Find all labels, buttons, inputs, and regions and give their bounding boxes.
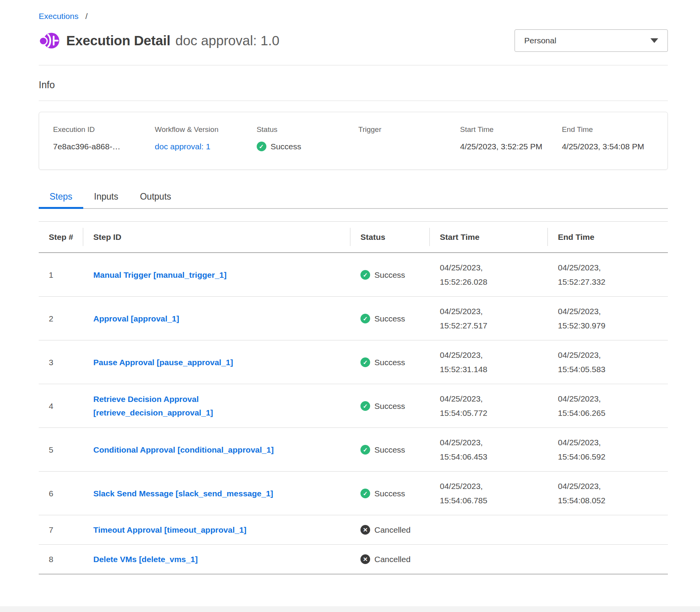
step-id-link[interactable]: Manual Trigger [manual_trigger_1] [93,268,226,282]
end-time-cell: 04/25/2023, 15:54:06.592 [548,428,668,472]
table-row: 6 Slack Send Message [slack_send_message… [39,472,668,515]
end-time-cell: 04/25/2023, 15:52:27.332 [548,253,668,297]
step-id-cell: Slack Send Message [slack_send_message_1… [83,472,350,515]
info-field-end-time: End Time 4/25/2023, 3:54:08 PM [562,125,664,153]
start-time-cell: 04/25/2023, 15:52:26.028 [430,253,548,297]
info-section-title: Info [39,79,668,91]
tab-outputs[interactable]: Outputs [129,188,182,208]
step-id-cell: Timeout Approval [timeout_approval_1] [83,515,350,545]
status-badge: ✓ Success [360,486,422,501]
tab-steps[interactable]: Steps [39,188,83,208]
start-time-text: 04/25/2023, 15:52:27.517 [440,304,508,333]
column-header-step-id: Step ID [83,222,350,253]
step-number: 8 [39,545,83,574]
start-time-value: 4/25/2023, 3:52:25 PM [460,140,543,153]
step-id-cell: Retrieve Decision Approval [retrieve_dec… [83,384,350,428]
workflow-version-link[interactable]: doc approval: 1 [155,140,211,153]
step-id-link[interactable]: Approval [approval_1] [93,312,179,325]
info-field-status: Status ✓ Success [257,125,359,153]
status-badge: ✓ Success [360,443,422,457]
info-field-start-time: Start Time 4/25/2023, 3:52:25 PM [460,125,562,153]
step-number: 2 [39,297,83,340]
tabs: Steps Inputs Outputs [39,188,668,209]
column-header-end-time: End Time [548,222,668,253]
cancelled-x-icon: ✕ [360,525,370,535]
steps-table: Step # Step ID Status Start Time End Tim… [39,221,668,574]
status-badge: ✓ Success [360,399,422,413]
success-check-icon: ✓ [360,314,370,323]
breadcrumb-separator: / [86,12,88,21]
info-label: Trigger [359,125,460,134]
status-cell: ✓ Success [350,384,430,428]
table-header-row: Step # Step ID Status Start Time End Tim… [39,222,668,253]
end-time-text: 04/25/2023, 15:54:06.592 [558,435,626,464]
table-row: 1 Manual Trigger [manual_trigger_1] ✓ Su… [39,253,668,297]
step-id-link[interactable]: Pause Approval [pause_approval_1] [93,356,233,369]
caret-down-icon [650,38,658,43]
table-row: 7 Timeout Approval [timeout_approval_1] … [39,515,668,545]
tab-inputs[interactable]: Inputs [83,188,129,208]
execution-detail-page: Executions / Execution Detail doc approv… [39,0,668,574]
info-label: Start Time [460,125,562,134]
end-time-cell: 04/25/2023, 15:54:06.265 [548,384,668,428]
title-group: Execution Detail doc approval: 1.0 [39,30,280,51]
step-number: 7 [39,515,83,545]
workflow-icon [39,30,60,51]
success-check-icon: ✓ [360,489,370,498]
end-time-cell: 04/25/2023, 15:52:30.979 [548,297,668,340]
status-badge: ✕ Cancelled [360,523,422,537]
success-check-icon: ✓ [360,270,370,280]
status-cell: ✓ Success [350,472,430,515]
status-text: Success [374,486,405,501]
status-text: Cancelled [374,552,410,566]
info-label: Status [257,125,359,134]
end-time-cell: 04/25/2023, 15:54:05.583 [548,340,668,384]
step-id-link[interactable]: Conditional Approval [conditional_approv… [93,443,274,456]
status-cell: ✓ Success [350,340,430,384]
table-row: 4 Retrieve Decision Approval [retrieve_d… [39,384,668,428]
end-time-text: 04/25/2023, 15:54:05.583 [558,348,626,376]
info-divider [39,101,668,101]
start-time-cell: 04/25/2023, 15:54:06.785 [430,472,548,515]
status-text: Success [374,311,405,326]
end-time-cell [548,515,668,545]
table-row: 2 Approval [approval_1] ✓ Success 04/25/… [39,297,668,340]
end-time-text: 04/25/2023, 15:52:30.979 [558,304,626,333]
status-text: Success [374,443,405,457]
step-id-link[interactable]: Timeout Approval [timeout_approval_1] [93,523,247,537]
start-time-text: 04/25/2023, 15:54:06.453 [440,435,508,464]
start-time-cell [430,545,548,574]
start-time-cell [430,515,548,545]
step-id-link[interactable]: Slack Send Message [slack_send_message_1… [93,487,273,500]
end-time-text: 04/25/2023, 15:54:06.265 [558,391,626,420]
column-header-status: Status [350,222,430,253]
table-row: 3 Pause Approval [pause_approval_1] ✓ Su… [39,340,668,384]
status-badge: ✕ Cancelled [360,552,422,566]
status-cell: ✕ Cancelled [350,515,430,545]
status-cell: ✓ Success [350,428,430,472]
footer-band [0,606,700,612]
page-header: Execution Detail doc approval: 1.0 Perso… [39,29,668,52]
step-id-link[interactable]: Delete VMs [delete_vms_1] [93,552,198,566]
info-card: Execution ID 7e8ac396-a868-… Workflow & … [39,112,668,170]
end-time-cell [548,545,668,574]
step-id-link[interactable]: Retrieve Decision Approval [retrieve_dec… [93,392,310,419]
success-check-icon: ✓ [360,357,370,367]
end-time-text: 04/25/2023, 15:54:08.052 [558,479,626,508]
scope-dropdown[interactable]: Personal [515,29,668,52]
column-header-step-number: Step # [39,222,83,253]
step-number: 4 [39,384,83,428]
breadcrumb-executions-link[interactable]: Executions [39,12,79,21]
success-check-icon: ✓ [257,142,266,151]
step-id-cell: Pause Approval [pause_approval_1] [83,340,350,384]
status-cell: ✕ Cancelled [350,545,430,574]
info-field-trigger: Trigger [359,125,460,153]
step-number: 6 [39,472,83,515]
status-text: Success [374,355,405,369]
step-id-cell: Manual Trigger [manual_trigger_1] [83,253,350,297]
info-label: Workflow & Version [155,125,257,134]
status-badge: ✓ Success [360,311,422,326]
header-divider [39,65,668,65]
start-time-text: 04/25/2023, 15:54:06.785 [440,479,508,508]
status-badge: ✓ Success [360,355,422,369]
